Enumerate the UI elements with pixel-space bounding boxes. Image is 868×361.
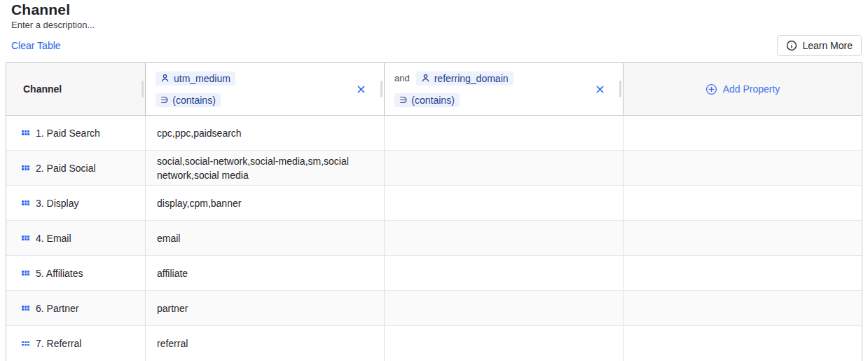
add-property-value-cell[interactable] <box>624 116 862 150</box>
operator-name: (contains) <box>172 95 215 106</box>
add-circle-icon <box>705 83 717 95</box>
utm-medium-value-cell[interactable]: email <box>146 221 385 255</box>
property-name: utm_medium <box>174 73 230 84</box>
operator-name: (contains) <box>411 95 454 106</box>
channel-name-cell[interactable]: 3. Display <box>6 186 146 220</box>
drag-handle-icon[interactable] <box>22 130 29 135</box>
channel-column-label: Channel <box>23 83 62 95</box>
add-property-value-cell[interactable] <box>624 186 862 220</box>
utm-medium-value-cell[interactable]: referral <box>146 326 385 361</box>
table-row: 3. Display display,cpm,banner <box>6 186 862 221</box>
channel-name-label: 5. Affiliates <box>36 268 83 279</box>
column-resize-handle[interactable] <box>619 81 621 97</box>
channel-name-label: 6. Partner <box>36 303 78 314</box>
add-property-value-cell[interactable] <box>624 151 862 185</box>
property-chip-utm-medium[interactable]: utm_medium <box>156 71 235 86</box>
referring-domain-value-cell[interactable] <box>385 221 624 255</box>
table-row: 2. Paid Social social,social-network,soc… <box>6 151 862 186</box>
table-row: 5. Affiliates affiliate <box>6 256 862 291</box>
channel-name-cell[interactable]: 7. Referral <box>6 326 146 361</box>
learn-more-button[interactable]: Learn More <box>777 35 862 56</box>
table-row: 1. Paid Search cpc,ppc,paidsearch <box>6 116 862 151</box>
add-property-value-cell[interactable] <box>624 291 862 325</box>
column-header-utm-medium: utm_medium ∋ (contains) <box>146 63 385 115</box>
channel-name-cell[interactable]: 4. Email <box>6 221 146 255</box>
channel-name-cell[interactable]: 2. Paid Social <box>6 151 146 185</box>
remove-column-referring-domain-button[interactable] <box>594 83 605 95</box>
add-property-value-cell[interactable] <box>624 221 862 255</box>
drag-handle-icon[interactable] <box>22 236 29 240</box>
channel-name-cell[interactable]: 5. Affiliates <box>6 256 146 290</box>
toolbar: Clear Table Learn More <box>11 35 862 56</box>
property-name: referring_domain <box>434 73 509 84</box>
channel-name-label: 7. Referral <box>36 338 81 349</box>
utm-medium-value-cell[interactable]: affiliate <box>146 256 385 290</box>
page-head: Channel Enter a description... <box>0 0 868 31</box>
column-resize-handle[interactable] <box>142 81 144 97</box>
channel-table: Channel utm_medium <box>6 62 862 361</box>
channel-name-label: 1. Paid Search <box>36 128 100 139</box>
utm-medium-value: affiliate <box>157 266 202 280</box>
description-input[interactable]: Enter a description... <box>11 20 857 31</box>
referring-domain-value-cell[interactable] <box>385 291 624 325</box>
utm-medium-value-cell[interactable]: partner <box>146 291 385 325</box>
property-chip-referring-domain[interactable]: referring_domain <box>416 71 514 86</box>
table-row: 6. Partner partner <box>6 291 862 326</box>
channel-name-label: 4. Email <box>36 233 71 244</box>
contains-operator-icon: ∋ <box>399 95 407 105</box>
user-property-icon <box>421 74 430 83</box>
operator-chip-referring-domain[interactable]: ∋ (contains) <box>394 93 460 107</box>
utm-medium-value: email <box>157 231 194 245</box>
contains-operator-icon: ∋ <box>160 95 168 105</box>
referring-domain-value-cell[interactable] <box>385 256 624 290</box>
utm-medium-value: cpc,ppc,paidsearch <box>157 126 256 140</box>
remove-column-utm-medium-button[interactable] <box>355 83 366 95</box>
channel-name-cell[interactable]: 1. Paid Search <box>6 116 146 150</box>
utm-medium-value: social,social-network,social-media,sm,so… <box>157 154 384 182</box>
operator-chip-utm-medium[interactable]: ∋ (contains) <box>156 93 221 107</box>
drag-handle-icon[interactable] <box>22 200 29 205</box>
table-row: 4. Email email <box>6 221 862 256</box>
drag-handle-icon[interactable] <box>22 306 29 311</box>
referring-domain-value-cell[interactable] <box>385 326 624 361</box>
utm-medium-value: display,cpm,banner <box>157 196 255 210</box>
utm-medium-value: referral <box>157 336 202 350</box>
add-property-label: Add Property <box>723 83 780 95</box>
conjunction-label: and <box>394 73 410 83</box>
table-body: 1. Paid Search cpc,ppc,paidsearch 2. Pai… <box>6 116 862 361</box>
page-title: Channel <box>11 1 857 18</box>
info-icon <box>786 40 797 51</box>
table-row: 7. Referral referral <box>6 326 862 361</box>
column-header-referring-domain: and referring_domain ∋ <box>385 63 624 115</box>
column-resize-handle[interactable] <box>380 81 383 97</box>
drag-handle-icon[interactable] <box>22 165 29 170</box>
referring-domain-value-cell[interactable] <box>385 116 624 150</box>
utm-medium-value-cell[interactable]: display,cpm,banner <box>146 186 385 220</box>
channel-name-cell[interactable]: 6. Partner <box>6 291 146 325</box>
utm-medium-value: partner <box>157 301 202 315</box>
referring-domain-value-cell[interactable] <box>385 151 624 185</box>
utm-medium-value-cell[interactable]: social,social-network,social-media,sm,so… <box>146 151 385 185</box>
referring-domain-value-cell[interactable] <box>385 186 624 220</box>
add-property-value-cell[interactable] <box>624 326 862 361</box>
user-property-icon <box>160 74 170 83</box>
drag-handle-icon[interactable] <box>22 341 29 346</box>
column-header-channel: Channel <box>6 63 146 115</box>
drag-handle-icon[interactable] <box>22 271 29 275</box>
learn-more-label: Learn More <box>802 40 853 51</box>
add-property-value-cell[interactable] <box>624 256 862 290</box>
clear-table-button[interactable]: Clear Table <box>11 40 61 51</box>
channel-name-label: 2. Paid Social <box>36 163 96 174</box>
channel-name-label: 3. Display <box>36 198 78 209</box>
add-property-button[interactable]: Add Property <box>624 63 862 115</box>
table-header-row: Channel utm_medium <box>6 63 862 116</box>
utm-medium-value-cell[interactable]: cpc,ppc,paidsearch <box>146 116 385 150</box>
